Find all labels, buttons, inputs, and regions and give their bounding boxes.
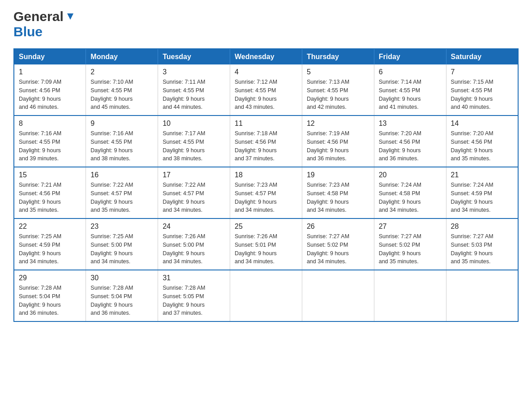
day-number: 30 [90, 274, 153, 282]
day-number: 5 [307, 68, 369, 76]
day-number: 15 [19, 171, 81, 179]
calendar-cell: 23Sunrise: 7:25 AMSunset: 5:00 PMDayligh… [86, 218, 158, 270]
day-info: Sunrise: 7:25 AMSunset: 5:00 PMDaylight:… [90, 232, 153, 266]
day-info: Sunrise: 7:23 AMSunset: 4:57 PMDaylight:… [235, 181, 297, 214]
calendar-cell: 31Sunrise: 7:28 AMSunset: 5:05 PMDayligh… [158, 270, 230, 321]
day-number: 21 [451, 171, 513, 179]
day-number: 12 [307, 120, 369, 128]
calendar-cell: 4Sunrise: 7:12 AMSunset: 4:55 PMDaylight… [230, 64, 302, 116]
calendar-cell: 14Sunrise: 7:20 AMSunset: 4:56 PMDayligh… [446, 116, 518, 167]
day-number: 22 [19, 223, 81, 231]
calendar-week-3: 15Sunrise: 7:21 AMSunset: 4:56 PMDayligh… [14, 167, 518, 218]
day-info: Sunrise: 7:27 AMSunset: 5:02 PMDaylight:… [307, 232, 369, 266]
day-number: 18 [235, 171, 297, 179]
calendar-cell: 13Sunrise: 7:20 AMSunset: 4:56 PMDayligh… [374, 116, 446, 167]
day-info: Sunrise: 7:27 AMSunset: 5:02 PMDaylight:… [379, 232, 442, 266]
calendar-cell: 16Sunrise: 7:22 AMSunset: 4:57 PMDayligh… [86, 167, 158, 218]
day-number: 8 [19, 120, 81, 128]
calendar-cell [446, 270, 518, 321]
calendar-cell: 25Sunrise: 7:26 AMSunset: 5:01 PMDayligh… [230, 218, 302, 270]
calendar-cell [302, 270, 374, 321]
calendar-cell: 18Sunrise: 7:23 AMSunset: 4:57 PMDayligh… [230, 167, 302, 218]
day-number: 3 [163, 68, 225, 76]
day-info: Sunrise: 7:12 AMSunset: 4:55 PMDaylight:… [235, 78, 297, 111]
logo-arrow-icon [65, 12, 75, 23]
day-info: Sunrise: 7:22 AMSunset: 4:57 PMDaylight:… [90, 181, 153, 214]
col-header-sunday: Sunday [14, 49, 86, 64]
calendar-cell: 15Sunrise: 7:21 AMSunset: 4:56 PMDayligh… [14, 167, 86, 218]
calendar-cell [230, 270, 302, 321]
day-info: Sunrise: 7:16 AMSunset: 4:55 PMDaylight:… [90, 129, 153, 163]
day-number: 25 [235, 223, 297, 231]
calendar-week-1: 1Sunrise: 7:09 AMSunset: 4:56 PMDaylight… [14, 64, 518, 116]
calendar-cell: 29Sunrise: 7:28 AMSunset: 5:04 PMDayligh… [14, 270, 86, 321]
logo-general-text: General [13, 9, 64, 24]
page-header: General Blue [13, 9, 519, 39]
calendar-cell: 20Sunrise: 7:24 AMSunset: 4:58 PMDayligh… [374, 167, 446, 218]
day-number: 17 [163, 171, 225, 179]
calendar-cell: 8Sunrise: 7:16 AMSunset: 4:55 PMDaylight… [14, 116, 86, 167]
calendar-table: SundayMondayTuesdayWednesdayThursdayFrid… [13, 48, 519, 322]
col-header-monday: Monday [86, 49, 158, 64]
day-number: 31 [163, 274, 225, 282]
day-info: Sunrise: 7:14 AMSunset: 4:55 PMDaylight:… [379, 78, 442, 111]
calendar-cell: 30Sunrise: 7:28 AMSunset: 5:04 PMDayligh… [86, 270, 158, 321]
calendar-week-5: 29Sunrise: 7:28 AMSunset: 5:04 PMDayligh… [14, 270, 518, 321]
calendar-cell: 2Sunrise: 7:10 AMSunset: 4:55 PMDaylight… [86, 64, 158, 116]
day-info: Sunrise: 7:17 AMSunset: 4:55 PMDaylight:… [163, 129, 225, 163]
calendar-cell: 3Sunrise: 7:11 AMSunset: 4:55 PMDaylight… [158, 64, 230, 116]
day-info: Sunrise: 7:20 AMSunset: 4:56 PMDaylight:… [451, 129, 513, 163]
day-info: Sunrise: 7:13 AMSunset: 4:55 PMDaylight:… [307, 78, 369, 111]
col-header-saturday: Saturday [446, 49, 518, 64]
day-info: Sunrise: 7:24 AMSunset: 4:59 PMDaylight:… [451, 181, 513, 214]
day-number: 28 [451, 223, 513, 231]
calendar-cell: 28Sunrise: 7:27 AMSunset: 5:03 PMDayligh… [446, 218, 518, 270]
calendar-cell: 17Sunrise: 7:22 AMSunset: 4:57 PMDayligh… [158, 167, 230, 218]
day-number: 24 [163, 223, 225, 231]
calendar-cell: 24Sunrise: 7:26 AMSunset: 5:00 PMDayligh… [158, 218, 230, 270]
calendar-cell: 5Sunrise: 7:13 AMSunset: 4:55 PMDaylight… [302, 64, 374, 116]
day-info: Sunrise: 7:28 AMSunset: 5:04 PMDaylight:… [19, 284, 81, 317]
day-number: 11 [235, 120, 297, 128]
day-info: Sunrise: 7:25 AMSunset: 4:59 PMDaylight:… [19, 232, 81, 266]
day-number: 7 [451, 68, 513, 76]
day-info: Sunrise: 7:22 AMSunset: 4:57 PMDaylight:… [163, 181, 225, 214]
day-info: Sunrise: 7:27 AMSunset: 5:03 PMDaylight:… [451, 232, 513, 266]
calendar-week-4: 22Sunrise: 7:25 AMSunset: 4:59 PMDayligh… [14, 218, 518, 270]
day-info: Sunrise: 7:28 AMSunset: 5:04 PMDaylight:… [90, 284, 153, 317]
day-number: 23 [90, 223, 153, 231]
day-info: Sunrise: 7:15 AMSunset: 4:55 PMDaylight:… [451, 78, 513, 111]
calendar-cell: 27Sunrise: 7:27 AMSunset: 5:02 PMDayligh… [374, 218, 446, 270]
day-info: Sunrise: 7:21 AMSunset: 4:56 PMDaylight:… [19, 181, 81, 214]
calendar-cell: 21Sunrise: 7:24 AMSunset: 4:59 PMDayligh… [446, 167, 518, 218]
day-number: 26 [307, 223, 369, 231]
day-number: 14 [451, 120, 513, 128]
calendar-cell: 12Sunrise: 7:19 AMSunset: 4:56 PMDayligh… [302, 116, 374, 167]
day-info: Sunrise: 7:28 AMSunset: 5:05 PMDaylight:… [163, 284, 225, 317]
day-number: 9 [90, 120, 153, 128]
calendar-cell: 10Sunrise: 7:17 AMSunset: 4:55 PMDayligh… [158, 116, 230, 167]
col-header-tuesday: Tuesday [158, 49, 230, 64]
day-number: 1 [19, 68, 81, 76]
day-number: 10 [163, 120, 225, 128]
logo: General Blue [13, 9, 75, 39]
day-info: Sunrise: 7:10 AMSunset: 4:55 PMDaylight:… [90, 78, 153, 111]
day-info: Sunrise: 7:20 AMSunset: 4:56 PMDaylight:… [379, 129, 442, 163]
day-info: Sunrise: 7:26 AMSunset: 5:01 PMDaylight:… [235, 232, 297, 266]
day-info: Sunrise: 7:09 AMSunset: 4:56 PMDaylight:… [19, 78, 81, 111]
day-info: Sunrise: 7:16 AMSunset: 4:55 PMDaylight:… [19, 129, 81, 163]
calendar-cell: 19Sunrise: 7:23 AMSunset: 4:58 PMDayligh… [302, 167, 374, 218]
day-info: Sunrise: 7:19 AMSunset: 4:56 PMDaylight:… [307, 129, 369, 163]
calendar-cell: 22Sunrise: 7:25 AMSunset: 4:59 PMDayligh… [14, 218, 86, 270]
day-number: 27 [379, 223, 442, 231]
day-number: 20 [379, 171, 442, 179]
calendar-cell: 26Sunrise: 7:27 AMSunset: 5:02 PMDayligh… [302, 218, 374, 270]
day-number: 13 [379, 120, 442, 128]
calendar-cell: 6Sunrise: 7:14 AMSunset: 4:55 PMDaylight… [374, 64, 446, 116]
svg-marker-0 [67, 13, 73, 20]
day-number: 2 [90, 68, 153, 76]
logo-blue-text: Blue [13, 24, 43, 39]
day-number: 16 [90, 171, 153, 179]
calendar-header-row: SundayMondayTuesdayWednesdayThursdayFrid… [14, 49, 518, 64]
day-info: Sunrise: 7:26 AMSunset: 5:00 PMDaylight:… [163, 232, 225, 266]
